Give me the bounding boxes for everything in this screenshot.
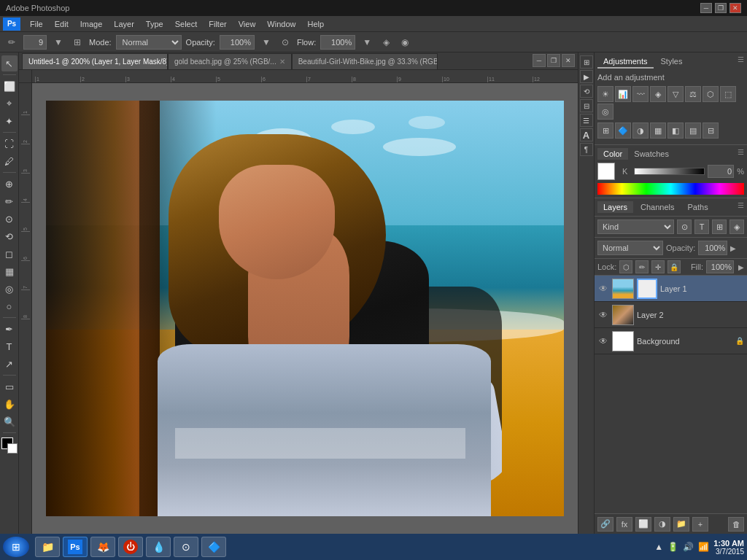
menu-help[interactable]: Help <box>302 18 329 30</box>
flow-arrow-icon[interactable]: ▼ <box>360 35 374 50</box>
tool-lasso[interactable]: ⌖ <box>1 96 18 112</box>
sys-tray-network[interactable]: 📶 <box>698 542 709 552</box>
sys-tray-icon-2[interactable]: 🔋 <box>667 542 678 552</box>
adj-panel-menu[interactable]: ☰ <box>738 55 744 69</box>
adj-photofilter[interactable]: ◎ <box>597 104 614 120</box>
sys-tray-icon-1[interactable]: ▲ <box>654 542 663 552</box>
tool-dodge[interactable]: ○ <box>1 298 18 314</box>
adj-vibrance[interactable]: ▽ <box>667 86 684 102</box>
tab-styles[interactable]: Styles <box>655 55 689 69</box>
lock-image-icon[interactable]: ✏ <box>635 260 649 273</box>
mode-select[interactable]: Normal Dissolve Multiply <box>116 35 182 50</box>
adj-channelmixer[interactable]: ⊞ <box>597 122 614 139</box>
adj-brightness[interactable]: ☀ <box>597 86 614 102</box>
tab-channels[interactable]: Channels <box>635 201 680 213</box>
brush-size-input[interactable] <box>23 35 47 50</box>
new-layer-btn[interactable]: + <box>692 517 708 532</box>
tool-eyedropper[interactable]: 🖊 <box>1 153 18 169</box>
taskbar-chrome[interactable]: ⊙ <box>174 537 198 557</box>
layer-row-layer2[interactable]: 👁 Layer 2 <box>595 302 747 328</box>
panel-arrange-icon[interactable]: ⊞ <box>580 55 593 69</box>
close-button[interactable]: ✕ <box>729 3 741 13</box>
lock-all-icon[interactable]: 🔒 <box>667 260 681 273</box>
tab-swatches[interactable]: Swatches <box>628 148 675 160</box>
layer-row-background[interactable]: 👁 Background 🔒 <box>595 328 747 354</box>
tab-restore-btn[interactable]: ❐ <box>547 54 560 67</box>
taskbar-app2[interactable]: 🔷 <box>201 537 226 557</box>
lock-position-icon[interactable]: ✛ <box>651 260 665 273</box>
menu-image[interactable]: Image <box>75 18 108 30</box>
new-group-btn[interactable]: 📁 <box>673 517 689 532</box>
tab-beautiful-girl[interactable]: Beautiful-Girl-With-Bike.jpg @ 33.3% (RG… <box>292 53 438 69</box>
color-swatch[interactable] <box>597 163 615 180</box>
opacity-arrow[interactable]: ▶ <box>730 244 736 252</box>
system-clock[interactable]: 1:30 AM 3/7/2015 <box>713 539 744 556</box>
tablet-flow-icon[interactable]: ◉ <box>398 35 412 50</box>
layer1-mask-thumb[interactable] <box>637 279 657 299</box>
adj-exposure[interactable]: ◈ <box>650 86 666 102</box>
filter-icon-4[interactable]: ◈ <box>729 219 744 234</box>
tool-clone[interactable]: ⊙ <box>1 211 18 227</box>
restore-button[interactable]: ❐ <box>715 3 727 13</box>
k-slider[interactable] <box>634 168 705 175</box>
menu-filter[interactable]: Filter <box>204 18 231 30</box>
delete-layer-btn[interactable]: 🗑 <box>728 517 744 532</box>
adj-posterize[interactable]: ▦ <box>650 122 666 139</box>
minimize-button[interactable]: ─ <box>700 3 712 13</box>
adj-curves[interactable]: 〰 <box>632 86 649 102</box>
taskbar-power[interactable]: ⏻ <box>118 537 143 557</box>
panel-cycle-icon[interactable]: ⟲ <box>580 85 593 98</box>
tool-zoom[interactable]: 🔍 <box>1 413 18 429</box>
filter-icon-2[interactable]: T <box>694 219 709 234</box>
tab-layers[interactable]: Layers <box>597 201 633 213</box>
fill-arrow[interactable]: ▶ <box>738 263 744 271</box>
taskbar-explorer[interactable]: 📁 <box>35 537 60 557</box>
tool-history[interactable]: ⟲ <box>1 228 18 244</box>
add-mask-btn[interactable]: ⬜ <box>635 517 651 532</box>
filter-icon-1[interactable]: ⊙ <box>677 219 692 234</box>
panel-screens-icon[interactable]: ⊟ <box>580 99 593 112</box>
tool-blur[interactable]: ◎ <box>1 281 18 297</box>
tool-text[interactable]: T <box>1 338 18 354</box>
adj-levels[interactable]: 📊 <box>615 86 631 102</box>
tool-magic-wand[interactable]: ✦ <box>1 113 18 129</box>
tool-gradient[interactable]: ▦ <box>1 263 18 279</box>
canvas-wrapper[interactable]: 1 2 3 4 5 6 7 8 9 10 11 12 1 2 <box>19 70 578 534</box>
tab-adjustments[interactable]: Adjustments <box>597 55 654 69</box>
tool-path[interactable]: ↗ <box>1 356 18 372</box>
airbrush-icon[interactable]: ⊙ <box>278 35 293 50</box>
adj-threshold[interactable]: ◧ <box>667 122 684 139</box>
menu-file[interactable]: File <box>25 18 48 30</box>
brush-options-icon[interactable]: ⊞ <box>70 35 85 50</box>
panel-screens2-icon[interactable]: ☰ <box>580 114 593 127</box>
tab-gold-beach-close[interactable]: ✕ <box>279 58 285 66</box>
canvas-image[interactable] <box>46 101 564 516</box>
layer1-visibility[interactable]: 👁 <box>597 283 609 295</box>
menu-layer[interactable]: Layer <box>109 18 139 30</box>
tab-color[interactable]: Color <box>597 148 628 160</box>
menu-select[interactable]: Select <box>170 18 203 30</box>
menu-view[interactable]: View <box>233 18 261 30</box>
adj-colorbalance[interactable]: ⬡ <box>703 86 719 102</box>
tab-close-btn[interactable]: ✕ <box>562 54 575 67</box>
color-panel-menu[interactable]: ☰ <box>738 148 744 160</box>
background-visibility[interactable]: 👁 <box>597 335 609 347</box>
tool-heal[interactable]: ⊕ <box>1 176 18 192</box>
blend-mode-select[interactable]: Normal Multiply Screen <box>597 241 663 255</box>
flow-input[interactable] <box>320 35 355 50</box>
color-spectrum[interactable] <box>597 183 744 195</box>
adj-gradient-map[interactable]: ▤ <box>685 122 701 139</box>
layer-row-layer1[interactable]: 👁 Layer 1 <box>595 276 747 302</box>
tool-eraser[interactable]: ◻ <box>1 246 18 262</box>
lock-transparent-icon[interactable]: ⬡ <box>619 260 632 273</box>
tool-brush[interactable]: ✏ <box>1 193 18 209</box>
tool-pen[interactable]: ✒ <box>1 321 18 337</box>
taskbar-photoshop[interactable]: Ps <box>63 537 88 557</box>
adj-invert[interactable]: ◑ <box>632 122 649 139</box>
panel-para-icon[interactable]: ¶ <box>580 143 593 156</box>
tool-move[interactable]: ↖ <box>1 55 18 71</box>
adj-hsl[interactable]: ⚖ <box>685 86 701 102</box>
tool-rectangle[interactable]: ▭ <box>1 378 18 394</box>
opacity-input[interactable] <box>698 241 727 255</box>
menu-edit[interactable]: Edit <box>50 18 74 30</box>
